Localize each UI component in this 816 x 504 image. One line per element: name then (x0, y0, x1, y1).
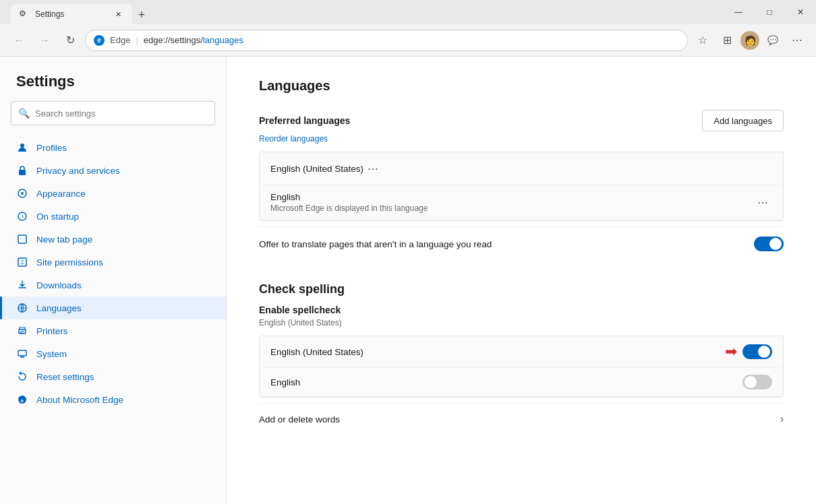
collections-button[interactable]: ⊞ (716, 30, 738, 51)
maximize-button[interactable]: □ (754, 0, 785, 24)
tab-label: Settings (35, 9, 64, 19)
printers-icon (16, 325, 28, 337)
favorite-icon: ☆ (698, 34, 707, 46)
edge-favicon: e (94, 35, 105, 46)
startup-icon (16, 210, 28, 222)
refresh-icon: ↻ (66, 34, 75, 46)
spellcheck-toggle-english-us[interactable] (742, 344, 772, 359)
spellcheck-name-english-us: English (United States) (270, 347, 725, 357)
sidebar-item-label-downloads: Downloads (36, 280, 82, 290)
sidebar-item-startup[interactable]: On startup (0, 205, 226, 228)
tab-strip: ⚙ Settings ✕ + (5, 0, 151, 24)
search-box[interactable]: 🔍 (11, 101, 215, 125)
newtab-icon (16, 233, 28, 245)
add-delete-label: Add or delete words (259, 414, 780, 424)
sidebar-item-system[interactable]: System (0, 342, 226, 365)
lang-more-english[interactable]: ⋯ (753, 193, 772, 212)
search-icon: 🔍 (18, 108, 30, 119)
settings-tab[interactable]: ⚙ Settings ✕ (11, 4, 132, 24)
sidebar-item-languages[interactable]: Languages (0, 296, 226, 319)
red-arrow-icon: ➡ (725, 343, 737, 360)
translate-toggle[interactable] (754, 237, 784, 251)
spellcheck-section: Check spelling Enable spellcheck English… (259, 282, 784, 435)
lang-item-english-us: English (United States) ⋯ (260, 152, 783, 185)
sidebar-item-siteperm[interactable]: Site permissions (0, 251, 226, 274)
svg-rect-1 (19, 170, 26, 175)
about-icon: e (16, 393, 28, 406)
sidebar-item-label-startup: On startup (36, 212, 79, 222)
sidebar-item-label-languages: Languages (36, 303, 82, 313)
close-button[interactable]: ✕ (785, 0, 816, 24)
spellcheck-name-english: English (270, 377, 742, 387)
search-input[interactable] (35, 108, 208, 119)
address-url-highlight: languages (203, 35, 243, 45)
lang-more-english-us[interactable]: ⋯ (363, 159, 382, 178)
appearance-icon (16, 187, 28, 199)
back-button[interactable]: ← (8, 30, 30, 51)
forward-button[interactable]: → (34, 30, 55, 51)
sidebar-item-reset[interactable]: Reset settings (0, 365, 226, 388)
forward-icon: → (39, 34, 50, 46)
sidebar-item-label-printers: Printers (36, 326, 68, 336)
spellcheck-toggle-knob-en (745, 376, 757, 388)
lang-name-english-us: English (United States) (270, 164, 363, 174)
svg-text:e: e (21, 398, 24, 404)
svg-rect-5 (18, 235, 26, 243)
sidebar: Settings 🔍 ProfilesPrivacy and servicesA… (0, 57, 227, 504)
sidebar-item-label-system: System (36, 349, 67, 359)
sidebar-item-profiles[interactable]: Profiles (0, 136, 226, 159)
nav-list: ProfilesPrivacy and servicesAppearanceOn… (0, 136, 226, 411)
main-layout: Settings 🔍 ProfilesPrivacy and servicesA… (0, 57, 816, 504)
toolbar-right: ☆ ⊞ 🧑 💬 ⋯ (692, 30, 808, 51)
add-languages-button[interactable]: Add languages (702, 110, 784, 131)
reset-icon (16, 371, 28, 383)
profile-avatar[interactable]: 🧑 (740, 31, 759, 50)
sidebar-item-label-reset: Reset settings (36, 372, 94, 382)
favorite-button[interactable]: ☆ (692, 30, 713, 51)
lang-item-english: English Microsoft Edge is displayed in t… (260, 185, 783, 220)
more-button[interactable]: ⋯ (786, 30, 808, 51)
downloads-icon (16, 279, 28, 291)
sidebar-item-downloads[interactable]: Downloads (0, 274, 226, 296)
address-separator: | (136, 35, 138, 45)
chevron-right-icon: › (780, 413, 784, 425)
system-icon (16, 348, 28, 360)
sidebar-item-appearance[interactable]: Appearance (0, 182, 226, 205)
sidebar-item-newtab[interactable]: New tab page (0, 228, 226, 251)
spellcheck-item-english: English (260, 368, 783, 397)
back-icon: ← (13, 34, 24, 46)
translate-row: Offer to translate pages that aren't in … (259, 226, 784, 261)
privacy-icon (16, 164, 28, 177)
reorder-link[interactable]: Reorder languages (259, 134, 784, 144)
svg-rect-6 (18, 258, 26, 266)
spellcheck-lang-list: English (United States) ➡ English (259, 336, 784, 398)
window-controls: — □ ✕ (723, 0, 816, 24)
sidebar-item-label-appearance: Appearance (36, 189, 86, 199)
preferred-header: Preferred languages Add languages (259, 110, 784, 131)
address-url: edge://settings/languages (144, 35, 243, 45)
sidebar-item-label-siteperm: Site permissions (36, 257, 103, 267)
address-bar[interactable]: e Edge | edge://settings/languages (85, 30, 688, 51)
sidebar-item-label-newtab: New tab page (36, 234, 92, 245)
lang-name-english: English Microsoft Edge is displayed in t… (270, 192, 753, 213)
new-tab-button[interactable]: + (132, 5, 151, 24)
languages-icon (16, 302, 28, 314)
sidebar-item-printers[interactable]: Printers (0, 319, 226, 342)
sidebar-item-label-profiles: Profiles (36, 143, 67, 153)
sidebar-item-label-privacy: Privacy and services (36, 166, 120, 176)
refresh-button[interactable]: ↻ (59, 30, 81, 51)
sidebar-item-privacy[interactable]: Privacy and services (0, 159, 226, 182)
spellcheck-sub-label: English (United States) (259, 318, 784, 327)
avatar-icon: 🧑 (745, 35, 756, 46)
spellcheck-toggle-english[interactable] (742, 375, 772, 389)
titlebar: ⚙ Settings ✕ + — □ ✕ (0, 0, 816, 24)
svg-point-0 (20, 144, 24, 148)
tab-close-button[interactable]: ✕ (112, 8, 124, 20)
svg-point-3 (21, 192, 24, 195)
sidebar-item-about[interactable]: eAbout Microsoft Edge (0, 388, 226, 411)
profiles-icon (16, 141, 28, 154)
add-delete-words-row[interactable]: Add or delete words › (259, 403, 784, 435)
copilot-button[interactable]: 💬 (762, 30, 784, 51)
minimize-button[interactable]: — (723, 0, 754, 24)
preferred-title: Preferred languages (259, 115, 350, 126)
